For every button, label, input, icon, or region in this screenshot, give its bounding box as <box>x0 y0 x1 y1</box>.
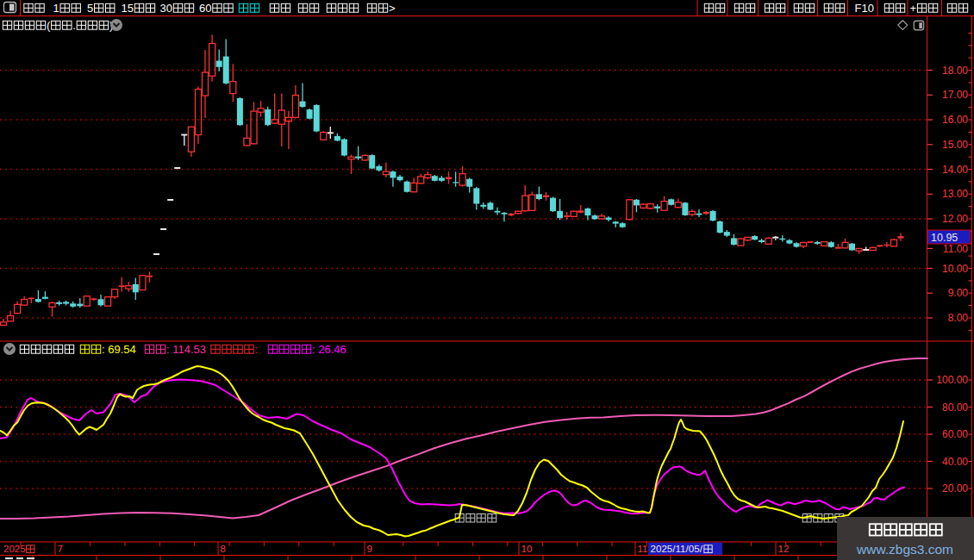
svg-text:7: 7 <box>58 544 63 554</box>
svg-text:12.00: 12.00 <box>942 213 968 225</box>
svg-text:: 114.53: : 114.53 <box>166 343 206 356</box>
svg-text:9: 9 <box>367 544 372 554</box>
svg-text:1: 1 <box>53 2 59 15</box>
svg-text:F10: F10 <box>855 2 874 15</box>
svg-text:10: 10 <box>521 544 533 554</box>
svg-text:20.00: 20.00 <box>942 482 968 495</box>
svg-text:13.00: 13.00 <box>942 188 968 200</box>
svg-text::: : <box>255 343 259 356</box>
svg-text:.: . <box>72 19 76 32</box>
svg-text:+: + <box>910 2 917 15</box>
svg-text:>: > <box>389 2 396 15</box>
svg-text:: 69.54: : 69.54 <box>102 343 136 356</box>
svg-text:www.zbgs3.com: www.zbgs3.com <box>856 542 953 557</box>
svg-text:9.00: 9.00 <box>948 287 969 299</box>
svg-text:10.00: 10.00 <box>942 263 968 275</box>
svg-text:14.00: 14.00 <box>942 164 968 176</box>
svg-text:: 26.46: : 26.46 <box>312 343 347 356</box>
svg-text:2025/11/05/: 2025/11/05/ <box>651 543 703 554</box>
svg-text:15: 15 <box>122 2 134 15</box>
svg-text:11.00: 11.00 <box>943 243 968 255</box>
svg-text:5: 5 <box>87 2 93 15</box>
svg-text:(: ( <box>47 19 51 32</box>
svg-text:80.00: 80.00 <box>942 401 968 414</box>
svg-text:8: 8 <box>221 544 226 554</box>
svg-text:18.00: 18.00 <box>942 65 968 77</box>
svg-text:60.00: 60.00 <box>942 428 968 440</box>
svg-text:11: 11 <box>638 544 648 554</box>
svg-text:60: 60 <box>199 2 211 15</box>
svg-text:2025: 2025 <box>3 544 26 554</box>
svg-text:15.00: 15.00 <box>942 139 968 151</box>
svg-text:16.00: 16.00 <box>942 114 968 126</box>
svg-text:10.95: 10.95 <box>931 232 958 244</box>
svg-text:8.00: 8.00 <box>948 312 969 324</box>
svg-text:40.00: 40.00 <box>942 456 968 468</box>
svg-text:30: 30 <box>160 2 172 15</box>
svg-text:12: 12 <box>778 544 790 554</box>
svg-text:100.00: 100.00 <box>936 374 968 386</box>
svg-text:17.00: 17.00 <box>942 89 968 101</box>
